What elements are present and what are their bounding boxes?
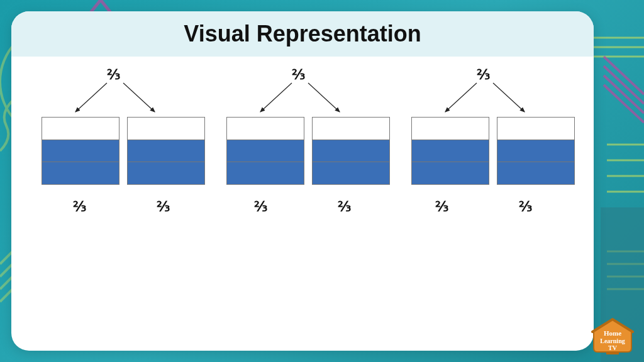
group-label: ⅔	[477, 67, 490, 83]
fraction-bars-row	[42, 117, 564, 185]
fraction-bar	[226, 117, 304, 185]
bar-label: ⅔	[487, 199, 564, 215]
fraction-bar	[411, 117, 489, 185]
third-filled	[42, 162, 119, 184]
svg-rect-20	[606, 352, 619, 354]
svg-line-17	[308, 83, 340, 112]
bar-labels: ⅔ ⅔ ⅔ ⅔ ⅔ ⅔	[42, 199, 564, 215]
slide-title: Visual Representation	[184, 21, 421, 47]
bar-label: ⅔	[404, 199, 480, 215]
third-empty	[497, 118, 574, 140]
logo-text-line1: Home	[604, 329, 621, 337]
svg-line-16	[260, 83, 292, 112]
logo-text-line2: Learning	[600, 337, 625, 344]
slide-content: ⅔ ⅔ ⅔	[11, 57, 594, 351]
third-filled	[497, 140, 574, 162]
third-filled	[412, 140, 489, 162]
logo-text-line3: TV	[608, 344, 618, 351]
fraction-bar	[127, 117, 205, 185]
third-filled	[128, 162, 204, 184]
bar-label: ⅔	[306, 199, 382, 215]
fraction-pair	[42, 117, 205, 185]
group-label: ⅔	[107, 67, 120, 83]
fraction-bar	[312, 117, 390, 185]
third-empty	[42, 118, 119, 140]
third-filled	[412, 162, 489, 184]
third-filled	[227, 162, 304, 184]
third-filled	[313, 162, 389, 184]
bar-label: ⅔	[42, 199, 118, 215]
group-label: ⅔	[292, 67, 305, 83]
fraction-pair	[411, 117, 575, 185]
fraction-bar	[497, 117, 575, 185]
svg-line-14	[75, 83, 107, 112]
third-empty	[313, 118, 389, 140]
third-filled	[42, 140, 119, 162]
fraction-pair	[226, 117, 390, 185]
third-filled	[313, 140, 389, 162]
third-empty	[227, 118, 304, 140]
third-filled	[497, 162, 574, 184]
svg-line-18	[445, 83, 477, 112]
third-filled	[227, 140, 304, 162]
slide-card: Visual Representation ⅔ ⅔ ⅔	[11, 11, 594, 351]
third-empty	[412, 118, 489, 140]
third-filled	[128, 140, 204, 162]
home-learning-tv-logo: Home Learning TV	[590, 317, 635, 356]
svg-line-19	[493, 83, 525, 112]
bar-label: ⅔	[223, 199, 299, 215]
third-empty	[128, 118, 204, 140]
bar-label: ⅔	[125, 199, 201, 215]
svg-line-15	[123, 83, 155, 112]
fraction-bar	[42, 117, 119, 185]
title-bar: Visual Representation	[11, 11, 594, 57]
